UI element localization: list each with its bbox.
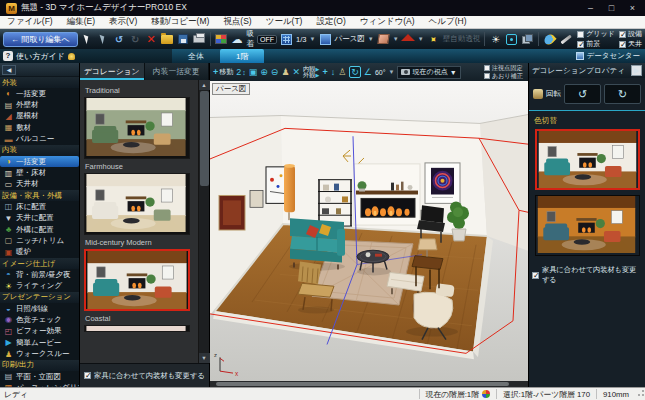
sidebar-item[interactable]: ▼ 天井に配置 xyxy=(0,213,79,224)
style-thumbnail-Traditional[interactable] xyxy=(84,97,190,159)
rotate-view-icon[interactable]: ↻ xyxy=(349,66,361,78)
sidebar-item[interactable]: ▤ 外壁材 xyxy=(0,99,79,110)
style-thumbnail-Mid-century Modern[interactable] xyxy=(84,249,190,311)
menu-item[interactable]: 編集(E) xyxy=(60,16,102,28)
walkthrough-icon[interactable]: ♙ xyxy=(338,67,346,77)
scroll-up-icon[interactable]: ▲ xyxy=(199,80,210,90)
menu-item[interactable]: 移動/コピー(M) xyxy=(144,16,216,28)
fit-view-icon[interactable]: ▣ xyxy=(249,67,258,77)
sidebar-item[interactable]: ◢ 屋根材 xyxy=(0,111,79,122)
zoom-in-icon[interactable]: ⊕ xyxy=(260,67,268,77)
undo-icon[interactable]: ↺ xyxy=(113,33,126,46)
viewport-horizontal-scrollbar[interactable] xyxy=(210,381,528,387)
sidebar-item[interactable]: ◑ 一括変更 xyxy=(0,156,79,167)
match-interior-checkbox-row[interactable]: 家具に合わせて内装材も変更する xyxy=(80,363,209,387)
paint-drop-icon[interactable] xyxy=(543,33,556,46)
sidebar-collapse-button[interactable]: ◀ xyxy=(2,65,16,75)
rotate-ccw-button[interactable]: ↺ xyxy=(564,84,601,104)
tilt-correct-checkbox-row[interactable]: あおり補正 xyxy=(484,73,523,80)
toggle-グリッド[interactable]: グリッド xyxy=(577,30,615,39)
sidebar-item[interactable]: ◒ 日照/斜線 xyxy=(0,303,79,314)
sidebar-item[interactable]: ▣ 暖炉 xyxy=(0,247,79,258)
toggle-前景[interactable]: 前景 xyxy=(577,40,615,49)
deco-tab[interactable]: 内装一括変更 xyxy=(145,63,210,80)
sidebar-item[interactable]: ▥ 壁・床材 xyxy=(0,167,79,178)
sidebar-item[interactable]: ☀ ライティング xyxy=(0,280,79,291)
sidebar-item[interactable]: ♟ ウォークスルー xyxy=(0,348,79,359)
color-variant-thumbnail-1[interactable] xyxy=(535,129,640,190)
style-list-scrollbar[interactable]: ▲ ▼ xyxy=(198,80,209,363)
snap-state-badge[interactable]: OFF xyxy=(257,35,277,44)
sidebar-item[interactable]: ◓ 背・前景/昼夕夜 xyxy=(0,269,79,280)
focus-select-icon[interactable] xyxy=(505,33,518,46)
panel-expand-icon[interactable]: ▶ xyxy=(631,65,642,76)
view-mode-dropdown-icon[interactable]: ▼ xyxy=(368,36,374,42)
multi-select-cursor-icon[interactable] xyxy=(97,33,110,46)
toggle-天井[interactable]: 天井 xyxy=(619,40,642,49)
floor-tab-1階[interactable]: 1階 xyxy=(220,49,264,63)
3d-scene[interactable]: パース図 xyxy=(210,81,528,381)
look-down-icon[interactable]: ↓ xyxy=(331,67,336,77)
menu-item[interactable]: ツール(T) xyxy=(259,16,310,28)
help-icon[interactable]: ? xyxy=(3,51,13,61)
sidebar-item[interactable]: ▢ ニッチ/トリム xyxy=(0,235,79,246)
match-interior-checkbox[interactable] xyxy=(84,372,91,379)
style-thumbnail-Coastal[interactable] xyxy=(84,325,190,332)
sidebar-item[interactable]: ♣ 外構に配置 xyxy=(0,224,79,235)
sidebar-item[interactable]: ◫ 床に配置 xyxy=(0,201,79,212)
sidebar-item[interactable]: ▬ バルコニー xyxy=(0,134,79,145)
view-angle-dropdown-icon[interactable]: ▼ xyxy=(389,69,395,75)
current-view-dropdown[interactable]: 現在の視点 ▼ xyxy=(397,66,460,79)
cloud-download-icon[interactable]: ☁ xyxy=(231,33,244,46)
palette-icon[interactable] xyxy=(215,33,228,46)
pan-icon[interactable]: ✕ xyxy=(292,67,300,77)
menu-item[interactable]: ファイル(F) xyxy=(0,16,60,28)
close-button[interactable]: × xyxy=(622,1,643,16)
magic-wand-icon[interactable]: ✦ xyxy=(424,30,442,48)
resize-grip[interactable] xyxy=(635,389,645,399)
toggle-設備[interactable]: 設備 xyxy=(619,30,642,39)
match-interior-checkbox-2[interactable] xyxy=(532,272,539,279)
sidebar-item[interactable]: ▭ 天井材 xyxy=(0,179,79,190)
grid-scale-icon[interactable] xyxy=(280,33,293,46)
rotate-cw-button[interactable]: ↻ xyxy=(604,84,641,104)
sidebar-item[interactable]: ◉ 色覚チェック xyxy=(0,314,79,325)
grid-scale-dropdown-icon[interactable]: ▼ xyxy=(310,36,316,42)
interior-exterior-toggle[interactable]: 内観▶ 外観▶ xyxy=(303,66,319,79)
usage-guide-label[interactable]: 使い方ガイド xyxy=(16,51,65,62)
style-thumbnail-Farmhouse[interactable] xyxy=(84,173,190,235)
match-interior-checkbox-row-2[interactable]: 家具に合わせて内装材も変更する xyxy=(529,261,645,289)
select-cursor-icon[interactable] xyxy=(81,33,94,46)
sidebar-item[interactable]: ▦ 敷材 xyxy=(0,122,79,133)
delete-icon[interactable]: ✕ xyxy=(145,33,158,46)
scroll-down-icon[interactable]: ▼ xyxy=(199,353,210,363)
menu-item[interactable]: 視点(S) xyxy=(216,16,258,28)
view-mode-icon[interactable] xyxy=(319,33,332,46)
camera-height-icon[interactable]: 2↕ xyxy=(236,67,246,77)
3d-box-dropdown-icon[interactable]: ▼ xyxy=(393,36,399,42)
zoom-out-icon[interactable]: ⊖ xyxy=(271,67,279,77)
pan-view-icon[interactable]: + xyxy=(322,67,327,77)
print-icon[interactable] xyxy=(193,33,206,46)
roof-icon[interactable] xyxy=(402,33,415,46)
window-layout-icon[interactable] xyxy=(521,33,534,46)
sidebar-item[interactable]: ▶ 簡単ムービー xyxy=(0,337,79,348)
view-angle-icon[interactable]: ∠ xyxy=(364,67,372,77)
floorplan-edit-button[interactable]: ← 間取り編集へ xyxy=(3,32,78,47)
menu-item[interactable]: 表示(V) xyxy=(102,16,144,28)
deco-tab[interactable]: デコレーション xyxy=(80,63,145,80)
color-variant-thumbnail-2[interactable] xyxy=(535,195,640,256)
data-center-button[interactable]: データセンター xyxy=(571,49,645,63)
menu-item[interactable]: ウィンドウ(A) xyxy=(353,16,422,28)
sidebar-item[interactable]: ▤ 平面・立面図 xyxy=(0,371,79,382)
save-icon[interactable] xyxy=(177,33,190,46)
fix-gaze-checkbox-row[interactable]: 注視点固定 xyxy=(484,65,523,72)
minimize-button[interactable]: – xyxy=(580,1,601,16)
pen-icon[interactable] xyxy=(559,33,572,46)
maximize-button[interactable]: □ xyxy=(601,1,622,16)
figure-icon[interactable]: ♟ xyxy=(281,67,289,77)
menu-item[interactable]: 設定(O) xyxy=(309,16,352,28)
hscroll-thumb[interactable] xyxy=(216,382,509,386)
sidebar-item[interactable]: ◰ ビフォー効果 xyxy=(0,326,79,337)
open-folder-icon[interactable] xyxy=(161,33,174,46)
